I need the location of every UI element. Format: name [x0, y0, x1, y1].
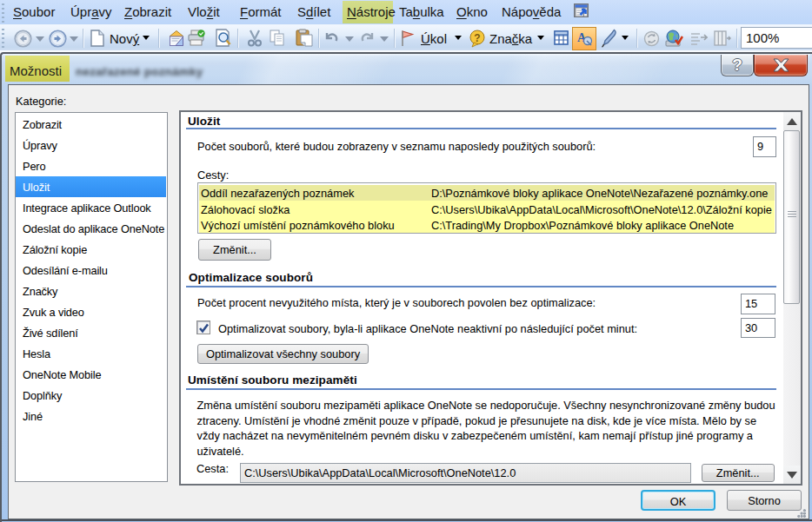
svg-text:?: ?: [474, 32, 480, 44]
